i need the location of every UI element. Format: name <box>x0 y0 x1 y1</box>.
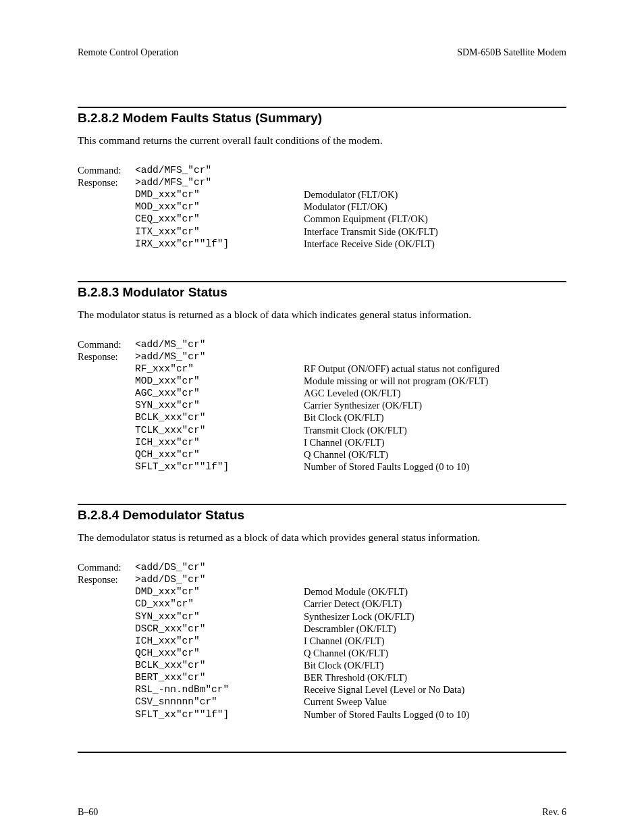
response-desc <box>304 573 566 585</box>
row-code: DSCR_xxx"cr" <box>135 623 304 635</box>
row-desc: Demod Module (OK/FLT) <box>304 585 566 598</box>
row-code: SYN_xxx"cr" <box>135 610 304 623</box>
row-desc: I Channel (OK/FLT) <box>304 635 566 647</box>
row-code: BCLK_xxx"cr" <box>135 411 304 423</box>
section-intro: The modulator status is returned as a bl… <box>78 308 566 322</box>
section-rule <box>78 504 566 505</box>
row-code: ICH_xxx"cr" <box>135 436 304 448</box>
footer-left: B–60 <box>78 807 98 818</box>
footer-right: Rev. 6 <box>542 807 566 818</box>
row-desc: Interface Transmit Side (OK/FLT) <box>304 226 566 238</box>
response-desc <box>304 176 566 188</box>
row-spacer <box>78 436 135 448</box>
row-desc: Transmit Clock (OK/FLT) <box>304 424 566 436</box>
row-spacer <box>78 411 135 423</box>
header-left: Remote Control Operation <box>78 47 178 58</box>
response-desc <box>304 350 566 363</box>
row-spacer <box>78 201 135 213</box>
command-code: <add/MS_"cr" <box>135 338 304 350</box>
row-desc: Carrier Detect (OK/FLT) <box>304 598 566 610</box>
row-spacer <box>78 671 135 683</box>
row-code: MOD_xxx"cr" <box>135 201 304 213</box>
command-label: Command: <box>78 338 135 350</box>
row-code: QCH_xxx"cr" <box>135 647 304 659</box>
row-desc: Number of Stored Faults Logged (0 to 10) <box>304 708 566 721</box>
row-desc: RF Output (ON/OFF) actual status not con… <box>304 363 566 375</box>
row-spacer <box>78 623 135 635</box>
row-code: RSL_-nn.ndBm"cr" <box>135 683 304 696</box>
header-right: SDM-650B Satellite Modem <box>457 47 566 58</box>
section-heading: B.2.8.3 Modulator Status <box>78 285 566 300</box>
row-code: CD_xxx"cr" <box>135 598 304 610</box>
row-code: IRX_xxx"cr""lf"] <box>135 238 304 250</box>
row-code: BERT_xxx"cr" <box>135 671 304 683</box>
row-desc: Common Equipment (FLT/OK) <box>304 213 566 225</box>
command-desc <box>304 164 566 176</box>
row-desc: Carrier Synthesizer (OK/FLT) <box>304 399 566 411</box>
row-spacer <box>78 213 135 225</box>
section-rule <box>78 281 566 282</box>
row-code: SFLT_xx"cr""lf"] <box>135 708 304 721</box>
row-desc: Descrambler (OK/FLT) <box>304 623 566 635</box>
row-spacer <box>78 363 135 375</box>
row-code: ICH_xxx"cr" <box>135 635 304 647</box>
row-desc: Modulator (FLT/OK) <box>304 201 566 213</box>
row-desc: Interface Receive Side (OK/FLT) <box>304 238 566 250</box>
row-code: SFLT_xx"cr""lf"] <box>135 461 304 473</box>
row-spacer <box>78 448 135 461</box>
row-code: DMD_xxx"cr" <box>135 188 304 201</box>
footer-rule <box>78 752 566 753</box>
response-label: Response: <box>78 573 135 585</box>
section-intro: This command returns the current overall… <box>78 134 566 148</box>
row-spacer <box>78 683 135 696</box>
row-spacer <box>78 598 135 610</box>
command-block: Command:<add/MS_"cr"Response:>add/MS_"cr… <box>78 338 566 473</box>
row-spacer <box>78 585 135 598</box>
row-spacer <box>78 647 135 659</box>
response-label: Response: <box>78 350 135 363</box>
row-spacer <box>78 696 135 708</box>
row-spacer <box>78 399 135 411</box>
command-label: Command: <box>78 561 135 573</box>
response-code: >add/MFS_"cr" <box>135 176 304 188</box>
section-heading: B.2.8.2 Modem Faults Status (Summary) <box>78 111 566 126</box>
row-desc: Demodulator (FLT/OK) <box>304 188 566 201</box>
row-code: QCH_xxx"cr" <box>135 448 304 461</box>
command-desc <box>304 338 566 350</box>
row-desc: BER Threshold (OK/FLT) <box>304 671 566 683</box>
row-spacer <box>78 226 135 238</box>
row-desc: Receive Signal Level (Level or No Data) <box>304 683 566 696</box>
row-desc: Q Channel (OK/FLT) <box>304 448 566 461</box>
row-code: ITX_xxx"cr" <box>135 226 304 238</box>
row-desc: Synthesizer Lock (OK/FLT) <box>304 610 566 623</box>
row-code: DMD_xxx"cr" <box>135 585 304 598</box>
command-block: Command:<add/DS_"cr"Response:>add/DS_"cr… <box>78 561 566 721</box>
row-code: AGC_xxx"cr" <box>135 387 304 399</box>
running-footer: B–60 Rev. 6 <box>78 807 566 818</box>
row-desc: AGC Leveled (OK/FLT) <box>304 387 566 399</box>
row-code: CEQ_xxx"cr" <box>135 213 304 225</box>
row-spacer <box>78 424 135 436</box>
row-desc: Bit Clock (OK/FLT) <box>304 659 566 671</box>
row-desc: Bit Clock (OK/FLT) <box>304 411 566 423</box>
section-rule <box>78 107 566 108</box>
row-spacer <box>78 635 135 647</box>
command-code: <add/DS_"cr" <box>135 561 304 573</box>
response-label: Response: <box>78 176 135 188</box>
row-spacer <box>78 610 135 623</box>
section-intro: The demodulator status is returned as a … <box>78 531 566 545</box>
row-code: CSV_snnnnn"cr" <box>135 696 304 708</box>
command-block: Command:<add/MFS_"cr"Response:>add/MFS_"… <box>78 164 566 250</box>
row-spacer <box>78 188 135 201</box>
running-header: Remote Control Operation SDM-650B Satell… <box>78 47 566 58</box>
response-code: >add/DS_"cr" <box>135 573 304 585</box>
row-code: SYN_xxx"cr" <box>135 399 304 411</box>
row-spacer <box>78 659 135 671</box>
row-spacer <box>78 375 135 387</box>
row-desc: Number of Stored Faults Logged (0 to 10) <box>304 461 566 473</box>
row-spacer <box>78 238 135 250</box>
row-desc: Q Channel (OK/FLT) <box>304 647 566 659</box>
command-desc <box>304 561 566 573</box>
command-label: Command: <box>78 164 135 176</box>
row-desc: Current Sweep Value <box>304 696 566 708</box>
